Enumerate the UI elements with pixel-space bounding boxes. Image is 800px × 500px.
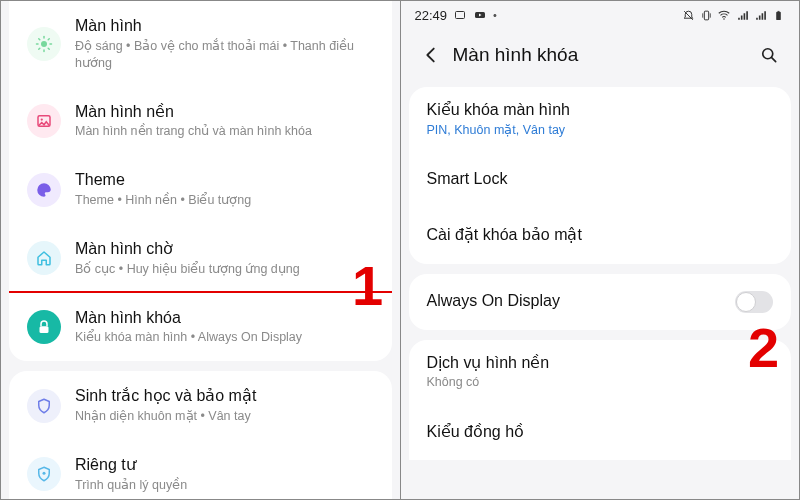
status-time: 22:49 bbox=[415, 8, 448, 23]
svg-line-6 bbox=[48, 48, 49, 49]
svg-point-19 bbox=[723, 18, 725, 20]
row-text: Màn hình nền Màn hình nền trang chủ và m… bbox=[75, 102, 374, 141]
row-text: Màn hình khóa Kiểu khóa màn hình • Alway… bbox=[75, 308, 374, 347]
svg-rect-11 bbox=[40, 326, 49, 333]
alarm-off-icon bbox=[681, 8, 695, 22]
shield-icon bbox=[27, 389, 61, 423]
setting-cai-at-khoa-bao-mat[interactable]: Cài đặt khóa bảo mật bbox=[409, 208, 792, 264]
row-subtitle: Không có bbox=[427, 374, 774, 391]
row-subtitle: Nhận diện khuôn mặt • Vân tay bbox=[75, 408, 374, 425]
row-text: Cài đặt khóa bảo mật bbox=[427, 225, 774, 246]
setting-kieu-khoa-man-hinh[interactable]: Kiểu khóa màn hìnhPIN, Khuôn mặt, Vân ta… bbox=[409, 87, 792, 152]
section-lock-type: Kiểu khóa màn hìnhPIN, Khuôn mặt, Vân ta… bbox=[409, 87, 792, 264]
row-title: Màn hình bbox=[75, 16, 374, 37]
settings-row-man-hinh[interactable]: Màn hình Độ sáng • Bảo vệ cho mắt thoải … bbox=[9, 1, 392, 87]
back-button[interactable] bbox=[415, 39, 447, 71]
row-text: Smart Lock bbox=[427, 169, 774, 190]
row-title: Cài đặt khóa bảo mật bbox=[427, 225, 774, 246]
battery-icon bbox=[771, 8, 785, 22]
row-subtitle: Độ sáng • Bảo vệ cho mắt thoải mái • Tha… bbox=[75, 38, 374, 72]
section-aod: Always On Display bbox=[409, 274, 792, 330]
row-text: Kiểu khóa màn hìnhPIN, Khuôn mặt, Vân ta… bbox=[427, 100, 774, 139]
signal-icon-2 bbox=[753, 8, 767, 22]
row-subtitle: Theme • Hình nền • Biểu tượng bbox=[75, 192, 374, 209]
row-subtitle: PIN, Khuôn mặt, Vân tay bbox=[427, 122, 774, 139]
youtube-icon bbox=[473, 8, 487, 22]
search-button[interactable] bbox=[753, 39, 785, 71]
svg-line-23 bbox=[772, 58, 776, 62]
row-subtitle: Trình quản lý quyền bbox=[75, 477, 374, 494]
settings-row-theme[interactable]: Theme Theme • Hình nền • Biểu tượng bbox=[9, 155, 392, 224]
row-text: Sinh trắc học và bảo mật Nhận diện khuôn… bbox=[75, 386, 374, 425]
page-header: Màn hình khóa bbox=[401, 29, 800, 87]
row-text: Dịch vụ hình nềnKhông có bbox=[427, 353, 774, 392]
svg-point-0 bbox=[41, 41, 47, 47]
picture-icon bbox=[27, 104, 61, 138]
settings-row-man-hinh-nen[interactable]: Màn hình nền Màn hình nền trang chủ và m… bbox=[9, 87, 392, 156]
row-title: Theme bbox=[75, 170, 374, 191]
svg-rect-16 bbox=[704, 11, 708, 20]
row-text: Theme Theme • Hình nền • Biểu tượng bbox=[75, 170, 374, 209]
settings-row-man-hinh-khoa[interactable]: Màn hình khóa Kiểu khóa màn hình • Alway… bbox=[9, 293, 392, 362]
row-title: Màn hình khóa bbox=[75, 308, 374, 329]
message-icon bbox=[453, 8, 467, 22]
row-text: Màn hình chờ Bố cục • Huy hiệu biểu tượn… bbox=[75, 239, 374, 278]
row-title: Màn hình chờ bbox=[75, 239, 374, 260]
svg-rect-13 bbox=[456, 12, 465, 19]
row-title: Màn hình nền bbox=[75, 102, 374, 123]
svg-point-12 bbox=[43, 472, 46, 475]
svg-rect-21 bbox=[777, 10, 779, 11]
setting-smart-lock[interactable]: Smart Lock bbox=[409, 152, 792, 208]
toggle-switch[interactable] bbox=[735, 291, 773, 313]
row-text: Riêng tư Trình quản lý quyền bbox=[75, 455, 374, 494]
row-subtitle: Bố cục • Huy hiệu biểu tượng ứng dụng bbox=[75, 261, 374, 278]
svg-rect-20 bbox=[776, 11, 781, 19]
svg-line-7 bbox=[39, 48, 40, 49]
sun-icon bbox=[27, 27, 61, 61]
svg-line-8 bbox=[48, 39, 49, 40]
settings-row-man-hinh-cho[interactable]: Màn hình chờ Bố cục • Huy hiệu biểu tượn… bbox=[9, 224, 392, 293]
privacy-icon bbox=[27, 457, 61, 491]
row-subtitle: Màn hình nền trang chủ và màn hình khóa bbox=[75, 123, 374, 140]
row-title: Kiểu đồng hồ bbox=[427, 422, 774, 443]
page-title: Màn hình khóa bbox=[453, 44, 579, 66]
settings-row-rieng-tu[interactable]: Riêng tư Trình quản lý quyền bbox=[9, 440, 392, 499]
setting-dich-vu-hinh-nen[interactable]: Dịch vụ hình nềnKhông có bbox=[409, 340, 792, 405]
row-text: Always On Display bbox=[427, 291, 736, 312]
wifi-icon bbox=[717, 8, 731, 22]
vibrate-icon bbox=[699, 8, 713, 22]
home-icon bbox=[27, 241, 61, 275]
svg-line-5 bbox=[39, 39, 40, 40]
row-title: Always On Display bbox=[427, 291, 736, 312]
setting-kieu-ong-ho[interactable]: Kiểu đồng hồ bbox=[409, 404, 792, 460]
setting-always-on-display[interactable]: Always On Display bbox=[409, 274, 792, 330]
row-subtitle: Kiểu khóa màn hình • Always On Display bbox=[75, 329, 374, 346]
row-title: Kiểu khóa màn hình bbox=[427, 100, 774, 121]
svg-point-10 bbox=[41, 118, 43, 120]
lock-screen-panel: 22:49 • Màn hình khóa bbox=[401, 1, 800, 499]
row-title: Dịch vụ hình nền bbox=[427, 353, 774, 374]
section-wallpaper: Dịch vụ hình nềnKhông có Kiểu đồng hồ bbox=[409, 340, 792, 461]
settings-main-panel: Màn hình Độ sáng • Bảo vệ cho mắt thoải … bbox=[1, 1, 401, 499]
signal-icon-1 bbox=[735, 8, 749, 22]
settings-row-sinh-trac-hoc-va-bao-mat[interactable]: Sinh trắc học và bảo mật Nhận diện khuôn… bbox=[9, 371, 392, 440]
row-text: Kiểu đồng hồ bbox=[427, 422, 774, 443]
status-more-icon: • bbox=[493, 9, 497, 21]
row-title: Smart Lock bbox=[427, 169, 774, 190]
row-title: Sinh trắc học và bảo mật bbox=[75, 386, 374, 407]
row-title: Riêng tư bbox=[75, 455, 374, 476]
palette-icon bbox=[27, 173, 61, 207]
lock-icon bbox=[27, 310, 61, 344]
row-text: Màn hình Độ sáng • Bảo vệ cho mắt thoải … bbox=[75, 16, 374, 72]
status-bar: 22:49 • bbox=[401, 1, 800, 29]
